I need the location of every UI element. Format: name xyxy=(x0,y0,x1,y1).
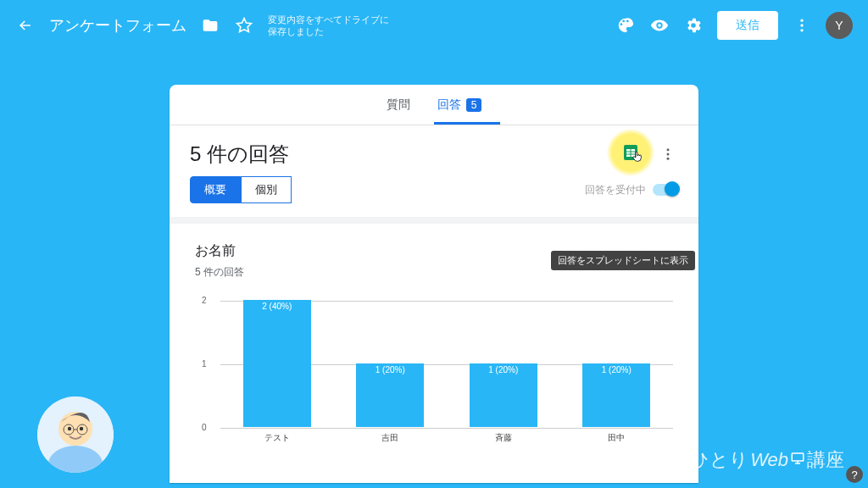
svg-point-11 xyxy=(667,158,670,160)
account-avatar[interactable]: Y xyxy=(826,12,853,39)
responses-header-row: 5 件の回答 xyxy=(170,125,698,176)
watermark: ひとりWeb 講座 xyxy=(690,447,844,473)
back-icon[interactable] xyxy=(15,15,36,36)
preview-icon[interactable] xyxy=(649,15,670,36)
bar: 1 (20%)田中 xyxy=(582,363,650,427)
settings-icon[interactable] xyxy=(683,15,704,36)
svg-point-2 xyxy=(800,24,803,26)
responses-title: 5 件の回答 xyxy=(190,141,620,168)
tab-responses[interactable]: 回答 5 xyxy=(437,85,482,125)
tab-questions[interactable]: 質問 xyxy=(387,85,410,125)
folder-icon[interactable] xyxy=(200,15,220,36)
svg-rect-20 xyxy=(792,453,804,461)
bar: 1 (20%)吉田 xyxy=(356,363,424,427)
cursor-icon xyxy=(631,149,644,167)
svg-point-1 xyxy=(800,19,803,22)
accepting-toggle[interactable] xyxy=(653,184,678,196)
svg-point-3 xyxy=(800,29,803,31)
responses-card: 質問 回答 5 5 件の回答 回答をスプレッドシートに表示 概要 個別 回答を受… xyxy=(170,85,698,483)
star-icon[interactable] xyxy=(234,15,254,36)
seg-individual[interactable]: 個別 xyxy=(241,176,292,203)
svg-point-10 xyxy=(667,153,670,156)
responses-more-icon[interactable] xyxy=(658,144,678,164)
monitor-icon xyxy=(790,451,805,466)
form-title[interactable]: アンケートフォーム xyxy=(49,15,186,36)
tab-responses-label: 回答 xyxy=(437,97,461,113)
svg-point-15 xyxy=(68,427,71,430)
send-button[interactable]: 送信 xyxy=(717,11,778,40)
bar: 2 (40%)テスト xyxy=(243,300,311,427)
view-segment-bar: 概要 個別 回答を受付中 xyxy=(170,176,698,217)
help-icon[interactable]: ? xyxy=(846,466,863,483)
svg-marker-0 xyxy=(237,19,252,32)
presenter-avatar xyxy=(37,396,114,473)
accepting-label: 回答を受付中 xyxy=(585,183,646,197)
section-divider xyxy=(170,217,698,224)
save-status: 変更内容をすべてドライブに保存しました xyxy=(268,14,389,38)
sheets-tooltip: 回答をスプレッドシートに表示 xyxy=(551,251,695,270)
card-tabs: 質問 回答 5 xyxy=(170,85,698,125)
bar-chart: 0122 (40%)テスト1 (20%)吉田1 (20%)斉藤1 (20%)田中 xyxy=(220,300,673,444)
svg-point-16 xyxy=(80,427,83,430)
svg-point-9 xyxy=(667,148,670,151)
more-icon[interactable] xyxy=(792,15,812,36)
accepting-row: 回答を受付中 xyxy=(585,183,678,197)
bar: 1 (20%)斉藤 xyxy=(470,363,537,427)
seg-summary[interactable]: 概要 xyxy=(190,176,241,203)
app-header: アンケートフォーム 変更内容をすべてドライブに保存しました 送信 Y xyxy=(0,0,868,51)
responses-count-badge: 5 xyxy=(466,98,482,112)
palette-icon[interactable] xyxy=(615,15,636,36)
